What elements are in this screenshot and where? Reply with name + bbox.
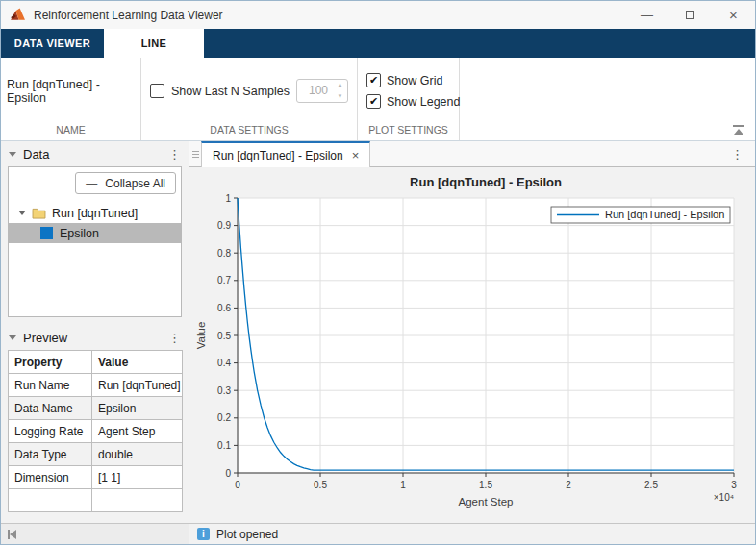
signal-swatch-icon <box>40 227 53 239</box>
svg-text:1.5: 1.5 <box>479 480 492 490</box>
cell-property: Logging Rate <box>9 420 92 443</box>
info-icon: i <box>197 528 210 540</box>
cell-property: Data Type <box>9 443 92 466</box>
chart-legend[interactable]: Run [dqnTuned] - Epsilon <box>551 207 730 223</box>
tab-data-viewer[interactable]: DATA VIEWER <box>1 29 104 58</box>
legend-entry-label: Run [dqnTuned] - Epsilon <box>605 209 724 220</box>
document-tab-epsilon[interactable]: Run [dqnTuned] - Epsilon × <box>201 141 370 167</box>
preview-panel-menu-icon[interactable]: ⋮ <box>168 332 181 344</box>
document-bar-menu-icon[interactable]: ⋮ <box>731 147 743 161</box>
show-legend-label: Show Legend <box>387 95 460 109</box>
ribbon-section-plot-settings: ✔ Show Grid ✔ Show Legend PLOT SETTINGS <box>358 58 460 140</box>
collapse-all-icon: — <box>86 177 97 190</box>
collapse-all-button[interactable]: — Collapse All <box>75 172 176 194</box>
document-tab-label: Run [dqnTuned] - Epsilon <box>213 149 343 162</box>
preview-panel-header[interactable]: Preview ⋮ <box>1 325 189 350</box>
show-grid-row[interactable]: ✔ Show Grid <box>366 73 442 87</box>
spinner-arrows[interactable]: ▲ ▼ <box>333 80 347 102</box>
tree-item-epsilon-label: Epsilon <box>60 227 99 240</box>
collapse-ribbon-icon[interactable] <box>732 125 745 135</box>
data-panel-title: Data <box>23 147 49 161</box>
cell-value: double <box>92 443 183 466</box>
x-axis-multiplier: ×10⁴ <box>714 492 734 503</box>
show-grid-checkbox[interactable]: ✔ <box>366 73 381 87</box>
collapse-sidebar-icon[interactable] <box>8 530 16 539</box>
maximize-icon <box>686 11 694 19</box>
toolstrip-tab-bar: DATA VIEWER LINE <box>1 29 755 58</box>
y-axis-label: Value <box>195 322 207 350</box>
table-header-row: Property Value <box>9 351 183 374</box>
table-row[interactable]: Dimension [1 1] <box>9 466 183 489</box>
column-header-value: Value <box>92 351 183 374</box>
ribbon-section-name: Run [dqnTuned] - Epsilon NAME <box>1 58 141 140</box>
svg-text:0: 0 <box>225 468 231 479</box>
spinner-up-icon[interactable]: ▲ <box>333 80 347 91</box>
cell-value: [1 1] <box>92 466 183 489</box>
svg-text:0.3: 0.3 <box>217 385 231 396</box>
ribbon-section-plot-settings-label: PLOT SETTINGS <box>358 124 459 140</box>
n-samples-spinner[interactable]: 100 ▲ ▼ <box>296 79 348 103</box>
table-row[interactable]: Run Name Run [dqnTuned] <box>9 374 183 397</box>
table-empty-row <box>9 489 183 512</box>
spinner-down-icon[interactable]: ▼ <box>333 91 347 103</box>
svg-text:0.6: 0.6 <box>217 303 231 313</box>
svg-text:0.4: 0.4 <box>217 358 231 368</box>
ribbon-section-name-label: NAME <box>1 124 140 140</box>
tree-item-run-label: Run [dqnTuned] <box>52 207 138 220</box>
chart-figure[interactable]: 00.511.522.5300.10.20.30.40.50.60.70.80.… <box>189 167 755 523</box>
collapse-all-label: Collapse All <box>105 177 165 190</box>
title-bar: Reinforcement Learning Data Viewer — × <box>1 1 755 29</box>
data-panel-menu-icon[interactable]: ⋮ <box>168 148 181 161</box>
collapse-panel-icon[interactable] <box>9 152 16 157</box>
maximize-button[interactable] <box>668 1 712 29</box>
app-window: Reinforcement Learning Data Viewer — × D… <box>0 0 756 545</box>
table-row[interactable]: Data Type double <box>9 443 183 466</box>
status-bar-message-area: i Plot opened <box>189 523 755 544</box>
svg-text:0.9: 0.9 <box>217 220 231 231</box>
preview-table: Property Value Run Name Run [dqnTuned] D… <box>8 350 183 512</box>
tree-item-run[interactable]: Run [dqnTuned] <box>9 203 181 223</box>
show-legend-checkbox[interactable]: ✔ <box>366 94 381 109</box>
close-button[interactable]: × <box>712 1 755 29</box>
data-panel: Data ⋮ — Collapse All Run <box>1 141 189 325</box>
svg-text:2: 2 <box>566 480 571 490</box>
svg-text:0.8: 0.8 <box>217 248 231 259</box>
tab-bar-grip-icon[interactable] <box>189 141 201 166</box>
tree-expand-icon[interactable] <box>18 211 26 215</box>
cell-property: Run Name <box>9 374 92 397</box>
svg-text:0: 0 <box>235 480 240 490</box>
svg-text:0.5: 0.5 <box>314 480 327 490</box>
ribbon-section-data-settings-label: DATA SETTINGS <box>141 124 357 140</box>
cell-value: Agent Step <box>92 420 183 443</box>
tab-close-icon[interactable]: × <box>352 150 360 161</box>
minimize-button[interactable]: — <box>625 1 668 29</box>
tab-line[interactable]: LINE <box>104 29 204 58</box>
show-legend-row[interactable]: ✔ Show Legend <box>366 94 460 109</box>
status-bar: i Plot opened <box>1 523 755 544</box>
epsilon-line-chart[interactable]: 00.511.522.5300.10.20.30.40.50.60.70.80.… <box>189 167 754 522</box>
main-area: Data ⋮ — Collapse All Run <box>1 141 755 523</box>
table-row[interactable]: Logging Rate Agent Step <box>9 420 183 443</box>
status-message: Plot opened <box>216 528 278 541</box>
window-title: Reinforcement Learning Data Viewer <box>34 9 625 22</box>
data-tree-container: — Collapse All Run [dqnTuned] <box>8 166 182 317</box>
svg-text:1: 1 <box>400 480 406 490</box>
left-sidebar: Data ⋮ — Collapse All Run <box>1 141 189 523</box>
table-row[interactable]: Data Name Epsilon <box>9 397 183 420</box>
document-tab-bar: Run [dqnTuned] - Epsilon × ⋮ <box>189 141 755 167</box>
column-header-property: Property <box>9 351 92 374</box>
svg-text:0.7: 0.7 <box>217 275 231 285</box>
svg-text:0.1: 0.1 <box>217 440 231 451</box>
status-bar-left <box>1 523 189 544</box>
data-panel-header[interactable]: Data ⋮ <box>1 141 189 166</box>
collapse-panel-icon[interactable] <box>9 335 16 340</box>
x-axis-label: Agent Step <box>459 496 514 508</box>
show-last-n-samples-checkbox[interactable] <box>150 84 164 98</box>
folder-icon <box>32 208 46 219</box>
tree-item-epsilon[interactable]: Epsilon <box>9 223 181 243</box>
svg-text:3: 3 <box>731 480 737 490</box>
ribbon-section-data-settings: Show Last N Samples 100 ▲ ▼ DATA SETTING… <box>141 58 358 140</box>
chart-title: Run [dqnTuned] - Epsilon <box>410 175 562 189</box>
svg-text:1: 1 <box>225 193 231 204</box>
show-last-n-samples-label: Show Last N Samples <box>171 85 290 98</box>
